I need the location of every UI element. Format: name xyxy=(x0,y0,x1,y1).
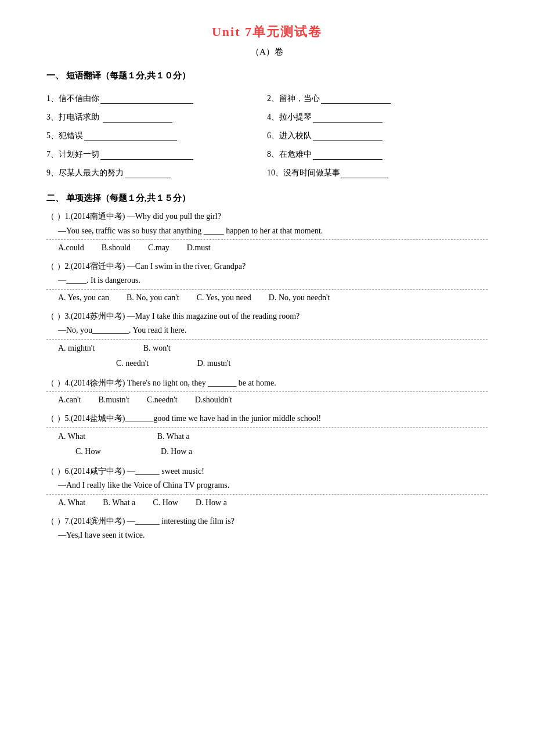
option-3d: D. mustn't xyxy=(197,359,231,368)
question-1: （ ）1.(2014南通中考) —Why did you pull the gi… xyxy=(46,210,488,255)
option-4b: B.mustn't xyxy=(98,393,129,407)
option-2c: C. Yes, you need xyxy=(197,291,251,305)
option-6a: A. What xyxy=(58,496,85,510)
trans-item-1: 1、信不信由你 xyxy=(46,89,267,108)
question-3: （ ）3.(2014苏州中考) —May I take this magazin… xyxy=(46,309,488,372)
page-title: Unit 7单元测试卷 xyxy=(46,23,488,41)
section1-header: 一、 短语翻译（每题１分,共１０分） xyxy=(46,70,488,81)
option-4c: C.needn't xyxy=(147,393,178,407)
option-2d: D. No, you needn't xyxy=(269,291,330,305)
trans-item-10: 10、没有时间做某事 xyxy=(267,164,488,182)
option-3c: C. needn't xyxy=(116,359,149,368)
trans-item-3: 3、打电话求助 xyxy=(46,108,267,127)
translation-grid: 1、信不信由你 2、留神，当心 3、打电话求助 4、拉小提琴 5、犯错误 6、进… xyxy=(46,89,488,182)
option-6d: D. How a xyxy=(196,496,227,510)
option-3a: A. mightn't xyxy=(58,344,95,352)
option-5b: B. What a xyxy=(157,432,190,441)
option-6b: B. What a xyxy=(103,496,135,510)
trans-item-7: 7、计划好一切 xyxy=(46,145,267,164)
trans-item-2: 2、留神，当心 xyxy=(267,89,488,108)
option-1b: B.should xyxy=(102,241,131,255)
trans-item-5: 5、犯错误 xyxy=(46,127,267,145)
trans-item-9: 9、尽某人最大的努力 xyxy=(46,164,267,182)
subtitle: （A）卷 xyxy=(46,46,488,57)
option-2a: A. Yes, you can xyxy=(58,291,109,305)
question-4: （ ）4.(2014徐州中考) There's no light on, the… xyxy=(46,376,488,407)
question-6: （ ）6.(2014咸宁中考) —______ sweet music! —An… xyxy=(46,465,488,510)
option-1d: D.must xyxy=(187,241,211,255)
trans-item-6: 6、进入校队 xyxy=(267,127,488,145)
option-5c: C. How xyxy=(75,447,101,456)
section2-header: 二、 单项选择（每题１分,共１５分） xyxy=(46,193,488,204)
option-4d: D.shouldn't xyxy=(195,393,232,407)
option-3b: B. won't xyxy=(143,344,171,352)
option-2b: B. No, you can't xyxy=(127,291,179,305)
question-5: （ ）5.(2014盐城中考)_______good time we have … xyxy=(46,412,488,460)
option-1c: C.may xyxy=(148,241,169,255)
trans-item-8: 8、在危难中 xyxy=(267,145,488,164)
option-4a: A.can't xyxy=(58,393,81,407)
option-5d: D. How a xyxy=(161,447,192,456)
question-2: （ ）2.(2014宿迁中考) —Can I swim in the river… xyxy=(46,260,488,305)
trans-item-4: 4、拉小提琴 xyxy=(267,108,488,127)
option-1a: A.could xyxy=(58,241,84,255)
question-7: （ ）7.(2014滨州中考) —______ interesting the … xyxy=(46,514,488,543)
option-5a: A. What xyxy=(58,432,85,441)
option-6c: C. How xyxy=(153,496,178,510)
